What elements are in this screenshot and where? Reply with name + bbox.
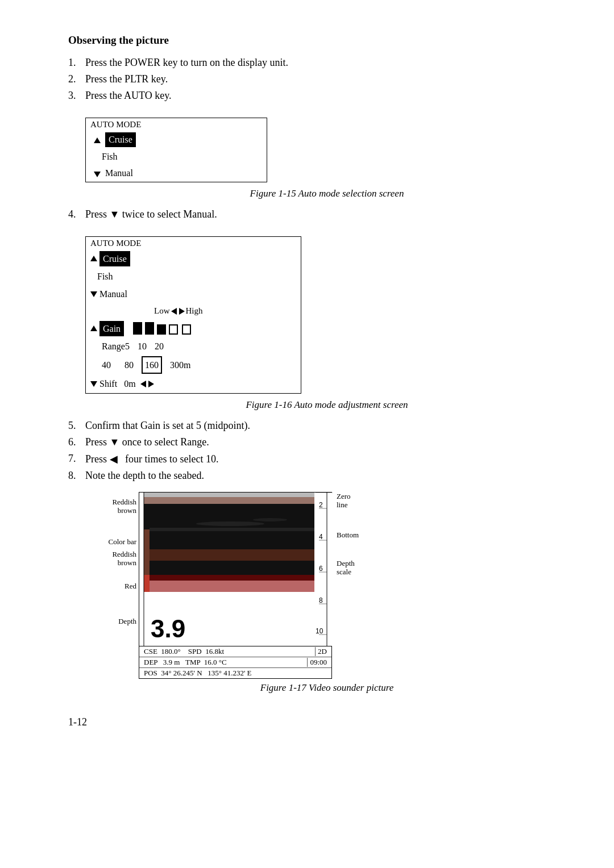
fig15-box: AUTO MODE Cruise Fish Manual [85,118,267,182]
shift-tri-left [140,381,146,387]
step-4: 4. Press ▼ twice to select Manual. [68,208,569,220]
status-dep: DEP 3.9 m TMP 16.0 °C [142,658,229,667]
fig17-caption: Figure 1-17 Video sounder picture [85,682,569,694]
tri-left-icon [171,308,177,315]
status-time: 09:00 [307,658,329,667]
fig15-caption: Figure 1-15 Auto mode selection screen [85,188,569,199]
page-number: 1-12 [68,716,569,728]
fig16-row-cruise: Cruise [86,250,301,268]
fig16-tri-down [90,291,97,297]
shift-tri-right [148,381,154,387]
fig15-row-cruise: Cruise [86,131,267,148]
svg-rect-5 [144,575,150,592]
fig16-header: AUTO MODE [86,237,301,250]
svg-rect-7 [150,528,314,531]
svg-point-10 [196,521,264,526]
sounder-picture: 2 4 6 8 10 [139,492,332,679]
label-bottom: Bottom [337,531,359,540]
step-6: 6. Press ▼ once to select Range. [68,436,569,448]
status-row-1: CSE 180.0° SPD 16.8kt 2D [139,646,331,657]
fig16-shift-row: Shift 0m [86,375,301,393]
svg-rect-2 [144,497,314,504]
svg-text:3.9: 3.9 [151,615,185,642]
fig16-lowhigh-row: Low High [86,303,301,320]
step-5: 5. Confirm that Gain is set at 5 (midpoi… [68,420,569,432]
svg-text:8: 8 [319,596,323,604]
fig16-tri-up [90,256,97,261]
gain-bar-2 [145,322,154,335]
gain-bar-1 [133,322,142,335]
sounder-canvas: 2 4 6 8 10 [139,493,333,646]
label-depth-scale: Depthscale [337,559,355,577]
gain-bar-5 [182,324,191,335]
svg-text:2: 2 [319,501,323,509]
fig16-cruise-selected: Cruise [99,251,130,266]
fig16-gain-row: Gain [86,320,301,337]
fig16-range-row1: Range 5 10 20 [86,337,301,355]
sounder-status-rows: CSE 180.0° SPD 16.8kt 2D DEP 3.9 m TMP 1… [139,646,331,678]
label-reddish-brown-mid: Reddishbrown [112,550,136,567]
fig15-row-manual: Manual [86,165,267,182]
label-zero-line: Zeroline [337,492,351,510]
status-cse: CSE 180.0° SPD 16.8kt [142,647,226,656]
step-3: 3. Press the AUTO key. [68,90,569,102]
fig16-row-manual: Manual [86,285,301,303]
label-reddish-brown-top: Reddishbrown [112,498,136,515]
gain-bars [133,322,191,335]
tri-down-icon [94,172,101,177]
status-2d: 2D [315,647,329,656]
label-depth: Depth [118,617,136,626]
step-2: 2. Press the PLTR key. [68,73,569,85]
tri-up-icon [94,137,101,143]
fig16-caption: Figure 1-16 Auto mode adjustment screen [85,399,569,411]
svg-text:10: 10 [316,627,323,635]
step-8: 8. Note the depth to the seabed. [68,470,569,482]
fig16-range-row2: 40 80 160 300m [86,355,301,375]
svg-point-11 [253,518,287,521]
fig16-box: AUTO MODE Cruise Fish Manual Low High Ga… [85,236,301,394]
gain-bar-3 [157,324,166,335]
fig16-shift-tri-down [90,381,97,387]
status-pos: POS 34° 26.245' N 135° 41.232' E [142,669,254,678]
fig16-gain-label: Gain [99,321,124,336]
label-red: Red [125,582,136,591]
fig15-row-fish: Fish [86,148,267,165]
label-colorbar: Color bar [109,537,136,546]
sounder-svg: 2 4 6 8 10 [139,493,333,646]
cruise-selected: Cruise [105,132,136,147]
step-1: 1. Press the POWER key to turn on the di… [68,57,569,69]
fig15-header: AUTO MODE [86,118,267,131]
svg-rect-9 [150,575,314,592]
svg-text:6: 6 [319,565,323,573]
status-row-3: POS 34° 26.245' N 135° 41.232' E [139,668,331,678]
gain-bar-4 [169,324,178,335]
fig16-gain-tri-up [90,326,97,331]
svg-text:4: 4 [319,533,323,541]
range-160-selected: 160 [142,356,162,374]
svg-rect-8 [150,549,314,561]
status-row-2: DEP 3.9 m TMP 16.0 °C 09:00 [139,657,331,668]
svg-rect-4 [144,529,150,575]
section-title: Observing the picture [68,34,569,47]
fig17-container: Reddishbrown Color bar Reddishbrown Red … [85,492,569,679]
svg-rect-1 [144,493,314,497]
step-7: 7. Press ◀ four times to select 10. [68,453,569,465]
tri-right-icon [179,308,185,315]
fig16-row-fish: Fish [86,268,301,285]
